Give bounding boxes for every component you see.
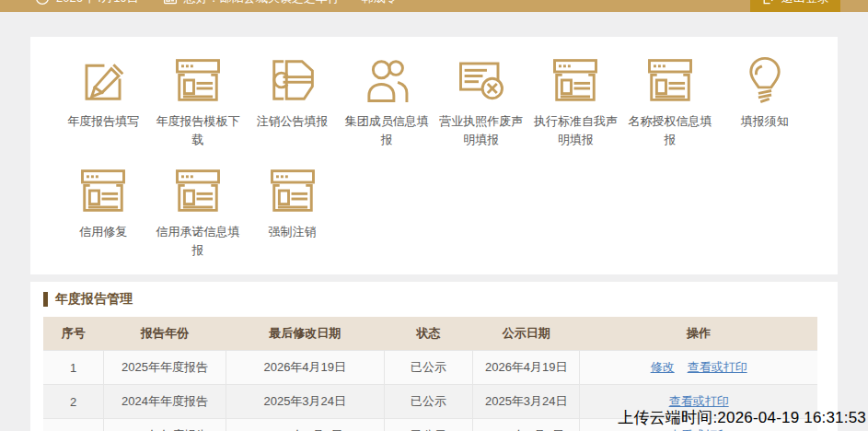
table-cell: 2026年4月19日	[473, 351, 580, 385]
topbar-greeting: 您好！邮阳县城关镇之之车行	[163, 0, 340, 6]
app-item[interactable]: 信用承诺信息填报	[151, 166, 246, 260]
form-icon	[645, 55, 695, 105]
app-item-label: 名称授权信息填报	[625, 112, 715, 149]
table-cell: 2	[43, 385, 104, 419]
table-cell: 已公示	[384, 419, 473, 431]
topbar-date-text: 2026年4月19日	[56, 0, 139, 6]
edit-icon	[78, 55, 128, 105]
app-item-label: 填报须知	[720, 112, 810, 131]
doc-x-icon	[457, 55, 506, 105]
people-icon	[362, 55, 411, 105]
column-header: 公示日期	[473, 317, 580, 351]
bulb-icon	[740, 55, 790, 105]
app-item-label: 信用承诺信息填报	[153, 223, 243, 260]
app-item-label: 注销公告填报	[248, 112, 338, 131]
app-item[interactable]: 集团成员信息填报	[340, 55, 434, 149]
app-item[interactable]: 填报须知	[717, 55, 812, 149]
clock-icon	[35, 0, 50, 6]
table-header: 序号报告年份最后修改日期状态公示日期操作	[43, 317, 817, 351]
exit-icon	[761, 0, 776, 6]
actions-cell: 修改查看或打印	[580, 351, 817, 385]
column-header: 状态	[384, 317, 473, 351]
topbar-greeting-text: 您好！邮阳县城关镇之之车行	[184, 0, 340, 6]
table-cell: 已公示	[384, 385, 473, 419]
form-icon	[173, 55, 223, 105]
table-cell: 2025年3月24日	[226, 385, 384, 419]
table-cell: 2024年年度报告	[104, 385, 226, 419]
app-item-label: 执行标准自我声明填报	[530, 112, 620, 149]
topbar: 2026年4月19日 您好！邮阳县城关镇之之车行 韩成苓 退出登录	[0, 0, 868, 12]
app-item-label: 营业执照作废声明填报	[436, 112, 527, 149]
section-title-marker	[43, 292, 48, 307]
section-title: 年度报告管理	[55, 291, 133, 308]
logout-button-label: 退出登录	[781, 0, 829, 6]
form-icon	[550, 55, 600, 105]
table-cell: 1	[43, 351, 104, 385]
idcard-icon	[163, 0, 178, 6]
section-title-row: 年度报告管理	[43, 291, 817, 308]
table-cell: 3	[43, 419, 104, 431]
table-cell: 2025年3月24日	[473, 385, 580, 419]
form-icon	[173, 166, 223, 216]
logout-button[interactable]: 退出登录	[750, 0, 840, 12]
app-item[interactable]: 名称授权信息填报	[623, 55, 718, 149]
app-item[interactable]: 注销公告填报	[245, 55, 340, 149]
app-item-label: 年度报告模板下载	[153, 112, 243, 149]
action-link[interactable]: 修改	[651, 360, 675, 374]
app-item[interactable]: 年度报告填写	[56, 55, 151, 149]
form-icon	[78, 166, 128, 216]
app-item-label: 年度报告填写	[58, 112, 148, 131]
table-cell: 2024年4月2日	[226, 419, 384, 431]
column-header: 最后修改日期	[226, 317, 384, 351]
app-item[interactable]: 执行标准自我声明填报	[528, 55, 623, 149]
column-header: 操作	[580, 317, 817, 351]
table-cell: 2023年年度报告	[104, 419, 226, 431]
table-cell: 2024年4月2日	[473, 419, 580, 431]
app-item[interactable]: 信用修复	[56, 166, 151, 260]
topbar-date: 2026年4月19日	[35, 0, 139, 6]
table-cell: 已公示	[384, 351, 473, 385]
table-cell: 2026年4月19日	[226, 351, 384, 385]
column-header: 报告年份	[104, 317, 226, 351]
app-item[interactable]: 强制注销	[245, 166, 340, 260]
column-header: 序号	[43, 317, 104, 351]
function-grid-row-1: 年度报告填写年度报告模板下载注销公告填报集团成员信息填报营业执照作废声明填报执行…	[56, 55, 812, 149]
function-grid-row-2: 信用修复信用承诺信息填报强制注销	[56, 166, 812, 260]
action-link[interactable]: 查看或打印	[688, 360, 747, 374]
app-item[interactable]: 营业执照作废声明填报	[434, 55, 529, 149]
doc-eject-icon	[268, 55, 318, 105]
app-item-label: 集团成员信息填报	[341, 112, 432, 149]
action-link[interactable]: 查看或打印	[669, 394, 729, 408]
upload-time-overlay: 上传云端时间:2026-04-19 16:31:53	[618, 407, 866, 428]
function-grid-card: 年度报告填写年度报告模板下载注销公告填报集团成员信息填报营业执照作废声明填报执行…	[30, 37, 838, 274]
table-row: 12025年年度报告2026年4月19日已公示2026年4月19日修改查看或打印	[43, 351, 817, 385]
app-item-label: 强制注销	[248, 223, 338, 241]
app-item-label: 信用修复	[58, 223, 148, 241]
app-item[interactable]: 年度报告模板下载	[151, 55, 246, 149]
table-cell: 2025年年度报告	[104, 351, 226, 385]
form-icon	[268, 166, 318, 216]
topbar-username: 韩成苓	[362, 0, 398, 6]
